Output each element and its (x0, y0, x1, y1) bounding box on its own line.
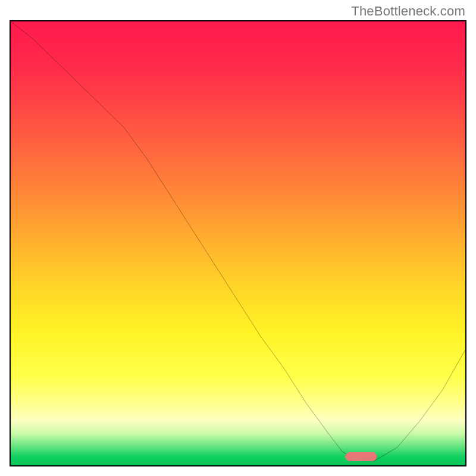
watermark-label: TheBottleneck.com (351, 4, 465, 19)
gradient-background (11, 21, 465, 465)
optimum-marker (345, 452, 377, 461)
chart-frame (10, 20, 466, 466)
